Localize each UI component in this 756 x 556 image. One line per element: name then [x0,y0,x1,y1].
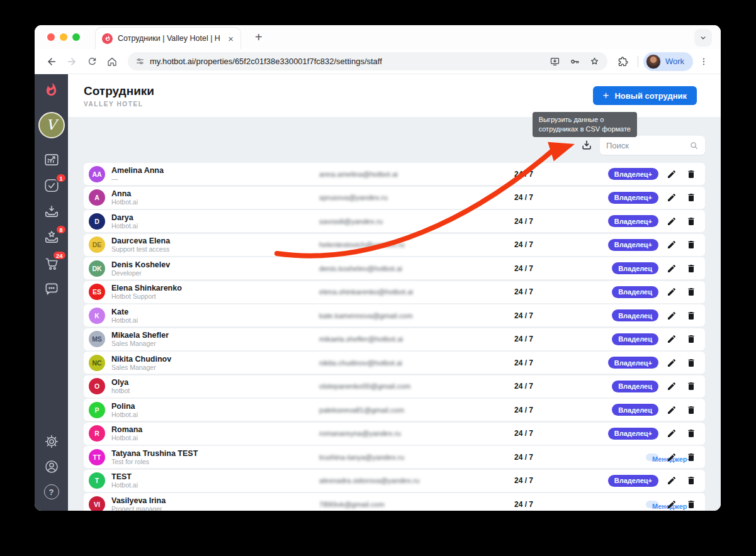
staff-person: Kate Hotbot.ai [111,308,319,324]
extensions-puzzle-icon[interactable] [614,52,633,71]
table-row: ES Elena Shinkarenko Hotbot Support elen… [84,281,705,303]
edit-pencil-icon[interactable] [665,427,678,440]
delete-trash-icon[interactable] [685,451,697,464]
address-bar[interactable]: my.hotbot.ai/properties/65f2c01f38e33000… [128,52,607,70]
sidebar-item-inbox[interactable] [42,203,61,220]
staff-person: Mikaela Shefler Sales Manager [111,331,319,347]
delete-trash-icon[interactable] [685,191,697,204]
help-icon[interactable]: ? [44,484,59,499]
sidebar-item-analytics[interactable] [42,151,61,169]
staff-role: Hotbot.ai [111,434,319,442]
edit-pencil-icon[interactable] [665,286,678,298]
staff-avatar: T [89,472,105,489]
delete-trash-icon[interactable] [685,498,697,511]
staff-schedule: 24 / 7 [473,264,574,273]
staff-access-badge: Владелец+ [608,215,658,227]
staff-access-badge: Владелец [612,333,658,345]
staff-schedule: 24 / 7 [473,453,574,462]
delete-trash-icon[interactable] [685,357,697,369]
staff-access-badge: Владелец [612,404,658,416]
new-employee-button[interactable]: + Новый сотрудник [593,86,697,105]
menu-kebab-icon[interactable] [694,52,713,71]
new-tab-button[interactable]: + [251,30,266,45]
edit-pencil-icon[interactable] [665,309,678,322]
staff-name: Denis Koshelev [111,260,319,269]
table-row: DK Denis Koshelev Developer denis.koshel… [84,257,705,279]
sidebar-item-rewards[interactable]: 8 [42,228,61,246]
delete-trash-icon[interactable] [685,238,697,251]
staff-schedule: 24 / 7 [473,287,574,296]
delete-trash-icon[interactable] [685,168,697,181]
delete-trash-icon[interactable] [685,309,697,322]
edit-pencil-icon[interactable] [665,451,678,464]
staff-person: Nikita Chudinov Sales Manager [111,355,319,371]
staff-list: AA Amelina Anna — anna.amelina@hotbot.ai… [84,163,705,511]
tab-close-icon[interactable]: × [226,34,235,43]
delete-trash-icon[interactable] [685,333,697,345]
edit-pencil-icon[interactable] [665,238,678,251]
export-csv-download-icon[interactable] [578,136,595,154]
password-key-icon[interactable] [569,56,580,67]
delete-trash-icon[interactable] [685,262,697,275]
settings-gear-icon[interactable] [44,434,59,449]
install-app-icon[interactable] [550,56,560,67]
search-input[interactable] [606,141,689,150]
sidebar-item-chat[interactable] [42,280,61,297]
page-header: Сотрудники VALLEY HOTEL + Новый сотрудни… [68,74,721,117]
hotbot-flame-logo-icon [44,82,59,97]
staff-avatar: P [89,402,105,418]
staff-name: Nikita Chudinov [111,355,319,364]
url-text[interactable]: my.hotbot.ai/properties/65f2c01f38e33000… [150,57,382,66]
delete-trash-icon[interactable] [685,380,697,392]
edit-pencil-icon[interactable] [665,404,678,416]
close-window-button[interactable] [47,33,55,41]
table-row: AA Amelina Anna — anna.amelina@hotbot.ai… [84,163,705,185]
staff-role: Support test access [111,245,319,253]
home-icon[interactable] [103,52,121,71]
sidebar-item-tasks[interactable]: 1 [42,177,61,194]
browser-tab[interactable]: Сотрудники | Valley Hotel | H × [95,27,241,49]
maximize-window-button[interactable] [72,33,80,41]
row-actions: Владелец [612,262,697,275]
property-avatar[interactable]: V [38,112,65,138]
edit-pencil-icon[interactable] [665,262,678,275]
staff-email: savosdi@yandex.ru [319,218,473,225]
staff-name: Kate [111,308,319,316]
edit-pencil-icon[interactable] [665,357,678,369]
edit-pencil-icon[interactable] [665,191,678,204]
staff-name: Vasilyeva Irina [111,496,319,505]
edit-pencil-icon[interactable] [665,215,678,228]
edit-pencil-icon[interactable] [665,333,678,345]
row-actions: Владелец [612,286,697,298]
reload-icon[interactable] [82,52,101,71]
delete-trash-icon[interactable] [685,474,697,487]
search-icon[interactable] [689,141,699,150]
staff-schedule: 24 / 7 [473,429,574,438]
staff-role: Sales Manager [111,364,319,371]
bookmark-star-icon[interactable] [589,56,600,67]
edit-pencil-icon[interactable] [665,498,678,511]
delete-trash-icon[interactable] [685,404,697,416]
browser-profile-chip[interactable]: Work [643,52,693,71]
row-actions: Менеджер+ [646,451,697,464]
staff-name: TEST [111,472,319,481]
account-profile-icon[interactable] [44,459,59,474]
staff-role: Hotbot.ai [111,222,319,230]
forward-icon[interactable] [62,52,81,71]
staff-role: Hotbot.ai [111,481,319,489]
row-actions: Владелец [612,404,697,416]
minimize-window-button[interactable] [60,33,67,41]
staff-person: Romana Hotbot.ai [111,425,319,442]
delete-trash-icon[interactable] [685,286,697,298]
edit-pencil-icon[interactable] [665,168,678,181]
staff-schedule: 24 / 7 [473,335,574,343]
site-settings-tune-icon[interactable] [135,57,145,66]
staff-person: Anna Hotbot.ai [111,189,319,206]
delete-trash-icon[interactable] [685,215,697,228]
sidebar-item-orders-cart[interactable]: 24 [42,254,61,272]
edit-pencil-icon[interactable] [665,474,678,487]
back-icon[interactable] [42,52,61,71]
delete-trash-icon[interactable] [685,427,697,440]
edit-pencil-icon[interactable] [665,380,678,392]
tab-search-chevron-icon[interactable] [694,29,712,47]
